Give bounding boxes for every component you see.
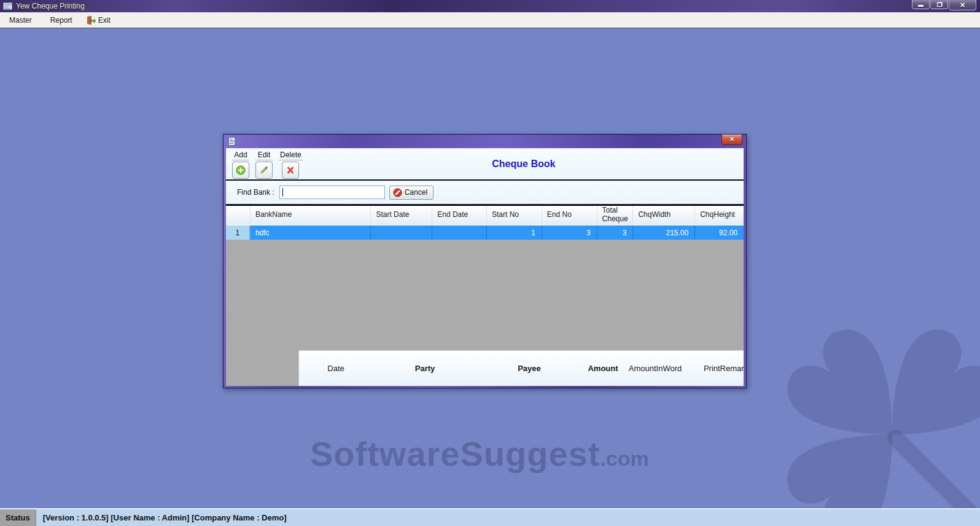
dialog-icon <box>228 137 236 146</box>
close-icon: ✕ <box>960 2 965 9</box>
minimize-button[interactable] <box>912 0 930 9</box>
status-label: Status <box>0 509 36 526</box>
dialog-title-area: Cheque Book <box>309 151 739 178</box>
dialog-close-button[interactable]: ✕ <box>721 135 742 145</box>
cell-end-no: 3 <box>542 226 597 240</box>
cancel-button-label: Cancel <box>405 188 427 197</box>
find-bank-input[interactable] <box>279 186 385 199</box>
menu-exit-label: Exit <box>98 16 111 25</box>
col-header-bankname[interactable]: BankName <box>251 206 371 224</box>
cell-start-no: 1 <box>487 226 542 240</box>
clover-background-shape <box>733 275 980 508</box>
restore-button[interactable] <box>930 0 948 9</box>
cell-rownum: 1 <box>226 226 251 240</box>
dialog-body: Add Edit Delete <box>226 148 744 386</box>
app-icon <box>3 2 12 10</box>
window-controls: ✕ <box>911 0 976 10</box>
detail-col-amountinword[interactable]: AmountInWord <box>624 364 686 373</box>
grid-header-row: BankName Start Date End Date Start No En… <box>226 206 744 226</box>
delete-button[interactable] <box>282 162 299 179</box>
softwaresuggest-watermark: SoftwareSuggest.com <box>310 434 649 474</box>
detail-col-party[interactable]: Party <box>373 364 477 373</box>
detail-col-date[interactable]: Date <box>299 364 373 373</box>
cell-chqheight: 92.00 <box>695 226 744 240</box>
col-header-end-date[interactable]: End Date <box>432 206 487 224</box>
edit-group: Edit <box>255 151 273 179</box>
exit-door-icon <box>87 16 96 25</box>
window-title: Yew Cheque Printing <box>16 2 85 10</box>
add-icon <box>236 165 246 175</box>
col-header-total-cheque[interactable]: Total Cheque <box>597 206 634 224</box>
edit-pencil-icon <box>259 165 269 175</box>
cell-chqwidth: 215.00 <box>633 226 695 240</box>
col-header-start-no[interactable]: Start No <box>487 206 542 224</box>
delete-group: Delete <box>279 151 303 179</box>
text-caret <box>282 188 283 197</box>
cheque-detail-grid: Date Party Payee Amount AmountInWord Pri… <box>298 350 744 386</box>
cheque-book-dialog: ✕ Add Edit <box>223 134 747 388</box>
cell-total-cheque: 3 <box>597 226 634 240</box>
detail-col-payee[interactable]: Payee <box>477 364 581 373</box>
add-button[interactable] <box>232 162 249 179</box>
dialog-title: Cheque Book <box>492 159 555 170</box>
menu-report[interactable]: Report <box>41 12 82 28</box>
watermark-suffix: .com <box>600 447 648 470</box>
cancel-button[interactable]: Cancel <box>389 186 434 200</box>
edit-button[interactable] <box>255 162 273 179</box>
cell-bankname: hdfc <box>251 226 371 240</box>
col-header-start-date[interactable]: Start Date <box>371 206 432 224</box>
detail-col-amount[interactable]: Amount <box>581 364 624 373</box>
edit-button-label: Edit <box>255 151 273 160</box>
cell-start-date <box>371 226 432 240</box>
col-header-end-no[interactable]: End No <box>542 206 597 224</box>
col-header-rownum[interactable] <box>226 206 251 224</box>
app-window: Yew Cheque Printing ✕ Master Report Exit <box>0 0 980 526</box>
cancel-icon <box>393 188 402 197</box>
dialog-toolbar: Add Edit Delete <box>226 149 744 179</box>
minimize-icon <box>918 5 924 7</box>
menu-exit[interactable]: Exit <box>82 12 120 28</box>
cheque-book-grid: BankName Start Date End Date Start No En… <box>226 206 744 386</box>
grid-row-selected[interactable]: 1 hdfc 1 3 3 215.00 92.00 <box>226 226 744 240</box>
menu-master[interactable]: Master <box>0 12 41 28</box>
col-header-chqheight[interactable]: ChqHeight <box>695 206 744 224</box>
status-info-text: [Version : 1.0.0.5] [User Name : Admin] … <box>43 509 287 526</box>
dialog-titlebar[interactable]: ✕ <box>226 135 744 148</box>
watermark-text: SoftwareSuggest <box>310 434 600 473</box>
close-button[interactable]: ✕ <box>949 0 976 10</box>
col-header-chqwidth[interactable]: ChqWidth <box>633 206 695 224</box>
add-button-label: Add <box>232 151 249 160</box>
status-bar: Status [Version : 1.0.0.5] [User Name : … <box>0 508 980 526</box>
mdi-client-area: SoftwareSuggest.com ✕ Add <box>0 28 980 508</box>
add-group: Add <box>232 151 249 179</box>
delete-x-icon <box>286 165 295 175</box>
window-titlebar[interactable]: Yew Cheque Printing ✕ <box>0 0 980 12</box>
find-bank-row: Find Bank : Cancel <box>226 181 744 204</box>
detail-col-printremark[interactable]: PrintRemark <box>686 364 744 373</box>
restore-icon <box>937 2 942 7</box>
menu-bar: Master Report Exit <box>0 12 980 28</box>
dialog-close-icon: ✕ <box>729 136 734 143</box>
find-bank-label: Find Bank : <box>237 188 274 197</box>
delete-button-label: Delete <box>279 151 303 160</box>
cell-end-date <box>432 226 487 240</box>
